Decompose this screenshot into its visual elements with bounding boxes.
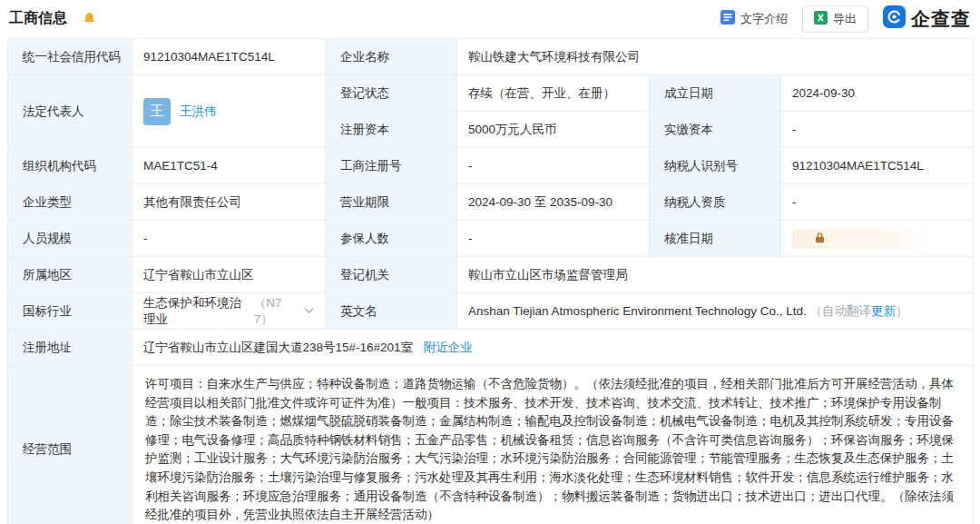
reg-status-value: 存续（在营、开业、在册） bbox=[457, 75, 650, 112]
qichacha-brand-name: 企查查 bbox=[911, 6, 971, 32]
taxpayer-qual-value: - bbox=[781, 184, 974, 221]
unified-code-label: 统一社会信用代码 bbox=[8, 39, 132, 75]
company-type-value: 其他有限责任公司 bbox=[132, 184, 326, 221]
section-title: 工商信息 bbox=[9, 9, 67, 28]
english-name-value: Anshan Tiejian Atmospheric Environment T… bbox=[457, 293, 974, 330]
excel-icon bbox=[814, 11, 828, 27]
table-row: 经营范围 许可项目：自来水生产与供应；特种设备制造；道路货物运输（不含危险货物）… bbox=[8, 366, 974, 524]
table-row: 法定代表人 王 王洪伟 登记状态 存续（在营、开业、在册） 成立日期 2024-… bbox=[8, 75, 974, 112]
auto-translate-note: （自动翻译 bbox=[809, 304, 871, 318]
text-intro-label: 文字介绍 bbox=[740, 11, 788, 27]
legal-rep-avatar[interactable]: 王 bbox=[143, 98, 171, 125]
reg-address-text: 辽宁省鞍山市立山区建国大道238号15#-16#201室 bbox=[143, 341, 413, 354]
region-value: 辽宁省鞍山市立山区 bbox=[132, 257, 326, 293]
reg-authority-label: 登记机关 bbox=[326, 257, 457, 293]
reg-capital-label: 注册资本 bbox=[326, 112, 457, 148]
english-name-text: Anshan Tiejian Atmospheric Environment T… bbox=[468, 304, 807, 318]
insured-count-value: - bbox=[457, 221, 650, 257]
industry-code: （N77） bbox=[254, 295, 295, 328]
legal-rep-link[interactable]: 王洪伟 bbox=[180, 104, 217, 120]
business-info-table: 统一社会信用代码 91210304MAE1TC514L 企业名称 鞍山铁建大气环… bbox=[7, 38, 974, 524]
lock-icon bbox=[814, 232, 826, 246]
table-row: 注册地址 辽宁省鞍山市立山区建国大道238号15#-16#201室 附近企业 bbox=[8, 330, 974, 366]
legal-rep-cell: 王 王洪伟 bbox=[132, 75, 326, 148]
taxpayer-id-label: 纳税人识别号 bbox=[650, 148, 781, 184]
reg-address-value: 辽宁省鞍山市立山区建国大道238号15#-16#201室 附近企业 bbox=[132, 330, 974, 366]
reg-authority-value: 鞍山市立山区市场监督管理局 bbox=[457, 257, 974, 293]
taxpayer-id-value: 91210304MAE1TC514L bbox=[781, 148, 974, 184]
company-name-value: 鞍山铁建大气环境科技有限公司 bbox=[457, 39, 974, 75]
nearby-companies-link[interactable]: 附近企业 bbox=[424, 341, 473, 354]
biz-term-label: 营业期限 bbox=[326, 184, 457, 221]
legal-rep-label: 法定代表人 bbox=[8, 75, 132, 148]
reg-address-label: 注册地址 bbox=[8, 330, 132, 366]
establish-date-value: 2024-09-30 bbox=[781, 75, 974, 112]
english-name-label: 英文名 bbox=[326, 293, 457, 330]
text-intro-button[interactable]: 文字介绍 bbox=[720, 10, 788, 27]
table-row: 组织机构代码 MAE1TC51-4 工商注册号 - 纳税人识别号 9121030… bbox=[8, 148, 974, 184]
taxpayer-qual-label: 纳税人资质 bbox=[650, 184, 781, 221]
text-intro-icon bbox=[720, 10, 735, 27]
org-code-label: 组织机构代码 bbox=[8, 148, 132, 184]
industry-label: 国标行业 bbox=[8, 293, 132, 330]
biz-scope-label: 经营范围 bbox=[8, 366, 132, 524]
bell-icon[interactable] bbox=[83, 12, 96, 25]
paid-capital-label: 实缴资本 bbox=[650, 112, 781, 148]
biz-reg-no-label: 工商注册号 bbox=[326, 148, 457, 184]
region-label: 所属地区 bbox=[8, 257, 132, 293]
biz-scope-value: 许可项目：自来水生产与供应；特种设备制造；道路货物运输（不含危险货物）。（依法须… bbox=[132, 366, 974, 524]
business-info-panel: 工商信息 文字介绍 bbox=[0, 0, 980, 524]
export-button[interactable]: 导出 bbox=[802, 5, 868, 33]
approval-date-label: 核准日期 bbox=[650, 221, 781, 257]
industry-name: 生态保护和环境治理业 bbox=[143, 295, 250, 328]
table-row: 国标行业 生态保护和环境治理业 （N77） 英文名 Anshan Tiejian… bbox=[8, 293, 974, 330]
table-row: 统一社会信用代码 91210304MAE1TC514L 企业名称 鞍山铁建大气环… bbox=[8, 39, 974, 75]
staff-size-value: - bbox=[132, 221, 326, 257]
reg-status-label: 登记状态 bbox=[326, 75, 457, 112]
qichacha-logo-icon bbox=[883, 5, 906, 32]
translate-update-link[interactable]: 更新 bbox=[871, 304, 896, 318]
company-type-label: 企业类型 bbox=[8, 184, 132, 221]
biz-reg-no-value: - bbox=[457, 148, 650, 184]
table-row: 人员规模 - 参保人数 - 核准日期 bbox=[8, 221, 974, 257]
approval-date-value bbox=[781, 221, 974, 257]
company-name-label: 企业名称 bbox=[326, 39, 457, 75]
industry-value: 生态保护和环境治理业 （N77） bbox=[132, 293, 326, 330]
table-row: 所属地区 辽宁省鞍山市立山区 登记机关 鞍山市立山区市场监督管理局 bbox=[8, 257, 974, 293]
section-header: 工商信息 文字介绍 bbox=[0, 0, 980, 38]
table-row: 企业类型 其他有限责任公司 营业期限 2024-09-30 至 2035-09-… bbox=[8, 184, 974, 221]
auto-translate-note-close: ） bbox=[896, 304, 908, 318]
header-actions: 文字介绍 导出 企查查 bbox=[720, 5, 971, 33]
biz-term-value: 2024-09-30 至 2035-09-30 bbox=[457, 184, 650, 221]
hidden-value-pill[interactable] bbox=[792, 229, 928, 249]
insured-count-label: 参保人数 bbox=[326, 221, 457, 257]
establish-date-label: 成立日期 bbox=[650, 75, 781, 112]
org-code-value: MAE1TC51-4 bbox=[132, 148, 326, 184]
staff-size-label: 人员规模 bbox=[8, 221, 132, 257]
chevron-down-icon[interactable] bbox=[304, 308, 314, 314]
paid-capital-value: - bbox=[781, 112, 974, 148]
reg-capital-value: 5000万元人民币 bbox=[457, 112, 650, 148]
unified-code-value: 91210304MAE1TC514L bbox=[132, 39, 326, 75]
qichacha-logo[interactable]: 企查查 bbox=[883, 5, 971, 32]
export-label: 导出 bbox=[833, 11, 857, 27]
